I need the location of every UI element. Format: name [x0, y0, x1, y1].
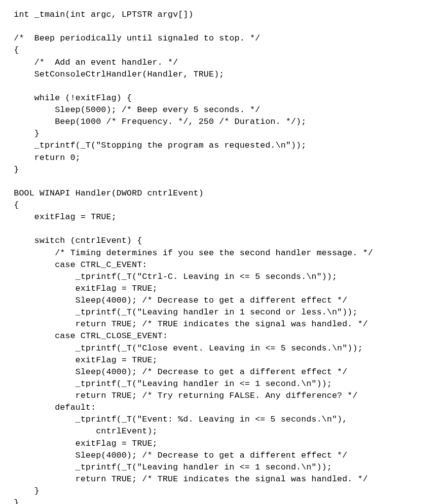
- code-listing-page: int _tmain(int argc, LPTSTR argv[]) /* B…: [0, 0, 445, 504]
- code-block: int _tmain(int argc, LPTSTR argv[]) /* B…: [14, 9, 431, 504]
